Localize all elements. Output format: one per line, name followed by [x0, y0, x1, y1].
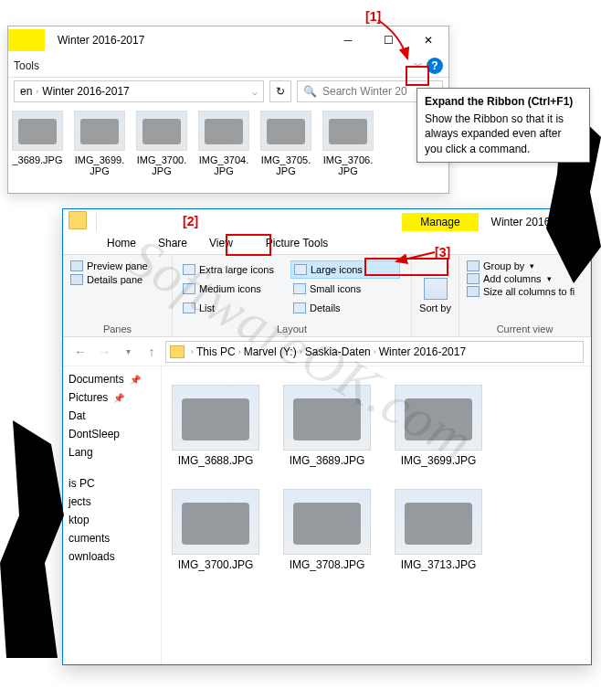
preview-pane-button[interactable]: Preview pane	[70, 260, 164, 271]
tab-share[interactable]: Share	[147, 233, 198, 253]
nav-item-dat[interactable]: Dat	[67, 408, 157, 423]
group-by-icon	[467, 260, 480, 271]
window-body: Documents📌 Pictures📌 Dat DontSleep Lang …	[63, 366, 591, 664]
titlebar[interactable]: Manage Winter 2016-2017	[63, 209, 591, 231]
thumbnail-image	[172, 489, 259, 555]
ribbon: Preview pane Details pane Panes Extra la…	[63, 255, 591, 337]
ribbon-group-panes: Preview pane Details pane Panes	[63, 255, 173, 336]
breadcrumb-segment[interactable]: Marvel (Y:)	[244, 345, 297, 358]
refresh-button[interactable]: ↻	[269, 80, 291, 102]
add-columns-icon	[467, 273, 480, 284]
search-placeholder: Search Winter 20	[322, 85, 407, 98]
file-thumbnail[interactable]: IMG_3699.JPG	[74, 111, 125, 176]
tab-home[interactable]: Home	[96, 233, 147, 253]
nav-item-desktop[interactable]: ktop	[67, 513, 157, 527]
nav-item-this-pc[interactable]: is PC	[67, 476, 157, 491]
chevron-down-icon: ▾	[547, 274, 552, 283]
file-name: IMG_3706.JPG	[322, 154, 374, 176]
tooltip-expand-ribbon: Expand the Ribbon (Ctrl+F1) Show the Rib…	[416, 88, 590, 163]
label: Small icons	[310, 283, 361, 294]
file-thumbnail[interactable]: IMG_3688.JPG	[171, 385, 260, 467]
file-thumbnail[interactable]: IMG_3706.JPG	[322, 111, 374, 176]
label: Pictures	[69, 391, 108, 404]
highlight-box-expand-ribbon	[406, 66, 429, 86]
file-name: IMG_3705.JPG	[260, 154, 311, 176]
label: jects	[69, 495, 91, 508]
sort-by-button[interactable]: Sort by	[419, 302, 451, 313]
add-columns-button[interactable]: Add columns▾	[467, 273, 583, 284]
breadcrumb-segment[interactable]: Winter 2016-2017	[42, 85, 129, 98]
thumbnail-image	[172, 385, 259, 451]
file-thumbnail[interactable]: IMG_3700.JPG	[136, 111, 187, 176]
ribbon-tab-highlight	[8, 29, 45, 51]
minimize-button[interactable]: ─	[328, 27, 368, 54]
file-thumbnail[interactable]: IMG_3689.JPG	[282, 385, 372, 467]
file-thumbnail[interactable]: IMG_3713.JPG	[394, 489, 483, 571]
label: Details	[310, 302, 341, 313]
window-title: Winter 2016-2017	[58, 34, 328, 47]
nav-up-button[interactable]: ↑	[142, 342, 162, 362]
file-name: _3689.JPG	[12, 154, 62, 165]
thumbnail-image	[12, 111, 63, 151]
nav-item-pictures[interactable]: Pictures📌	[67, 390, 157, 405]
nav-item-3d-objects[interactable]: jects	[67, 494, 157, 509]
breadcrumb-separator: ›	[36, 87, 38, 96]
layout-list[interactable]: List	[180, 299, 290, 317]
label: Preview pane	[87, 260, 148, 271]
label: Size all columns to fi	[483, 286, 575, 297]
breadcrumb-segment[interactable]: Saskia-Daten	[305, 345, 371, 358]
breadcrumb-segment[interactable]: en	[20, 85, 32, 98]
nav-forward-button[interactable]: →	[94, 342, 114, 362]
address-row: en › Winter 2016-2017 ⌵ ↻ 🔍 Search Winte…	[8, 78, 448, 105]
label: Large icons	[311, 264, 363, 275]
breadcrumb-segment[interactable]: This PC	[196, 345, 236, 358]
highlight-box-large-icons	[364, 258, 448, 276]
details-pane-icon	[70, 274, 83, 285]
file-list: _3689.JPG IMG_3699.JPG IMG_3700.JPG IMG_…	[8, 105, 448, 182]
layout-small-icons[interactable]: Small icons	[290, 280, 400, 298]
label: Documents	[69, 373, 124, 386]
label: is PC	[69, 477, 95, 490]
chevron-down-icon: ▾	[530, 261, 534, 270]
breadcrumb-separator: ›	[191, 347, 194, 356]
layout-extra-large-icons[interactable]: Extra large icons	[180, 260, 290, 279]
file-thumbnail[interactable]: IMG_3705.JPG	[260, 111, 311, 176]
file-thumbnail[interactable]: IMG_3704.JPG	[198, 111, 249, 176]
contextual-tab-manage[interactable]: Manage	[402, 213, 478, 231]
nav-item-documents[interactable]: Documents📌	[67, 372, 157, 387]
thumbnail-image	[136, 111, 187, 151]
layout-icon	[183, 283, 195, 294]
nav-item-downloads[interactable]: ownloads	[67, 549, 157, 564]
addressbar-dropdown-icon[interactable]: ⌵	[252, 87, 258, 97]
file-name: IMG_3688.JPG	[178, 454, 254, 467]
nav-item-dontsleep[interactable]: DontSleep	[67, 427, 157, 441]
label: Medium icons	[199, 283, 261, 294]
thumbnail-image	[198, 111, 249, 151]
label: ktop	[69, 514, 90, 526]
file-name: IMG_3704.JPG	[198, 154, 249, 176]
size-columns-button[interactable]: Size all columns to fi	[467, 286, 583, 297]
address-bar[interactable]: en › Winter 2016-2017 ⌵	[14, 80, 264, 102]
nav-back-button[interactable]: ←	[70, 342, 90, 362]
close-button[interactable]: ✕	[408, 27, 448, 54]
nav-item-documents2[interactable]: cuments	[67, 531, 157, 546]
nav-item-lang[interactable]: Lang	[67, 445, 157, 460]
menu-tools[interactable]: Tools	[14, 59, 39, 72]
file-thumbnail[interactable]: _3689.JPG	[12, 111, 63, 176]
file-thumbnail[interactable]: IMG_3700.JPG	[171, 489, 260, 571]
address-bar[interactable]: › This PC › Marvel (Y:) › Saskia-Daten ›…	[165, 341, 584, 363]
annotation-2: [2]	[183, 214, 198, 228]
preview-pane-icon	[70, 260, 83, 271]
highlight-box-view-tab	[226, 234, 271, 256]
group-label: Current view	[467, 323, 583, 334]
details-pane-button[interactable]: Details pane	[70, 274, 164, 285]
file-thumbnail[interactable]: IMG_3699.JPG	[394, 385, 483, 467]
layout-medium-icons[interactable]: Medium icons	[180, 280, 290, 298]
file-area[interactable]: IMG_3688.JPG IMG_3689.JPG IMG_3699.JPG I…	[162, 366, 591, 664]
nav-history-dropdown[interactable]: ▾	[118, 342, 138, 362]
breadcrumb-segment[interactable]: Winter 2016-2017	[379, 345, 466, 358]
file-thumbnail[interactable]: IMG_3708.JPG	[282, 489, 372, 571]
breadcrumb-separator: ›	[374, 347, 376, 356]
layout-details[interactable]: Details	[290, 299, 400, 317]
breadcrumb-separator: ›	[238, 347, 241, 356]
